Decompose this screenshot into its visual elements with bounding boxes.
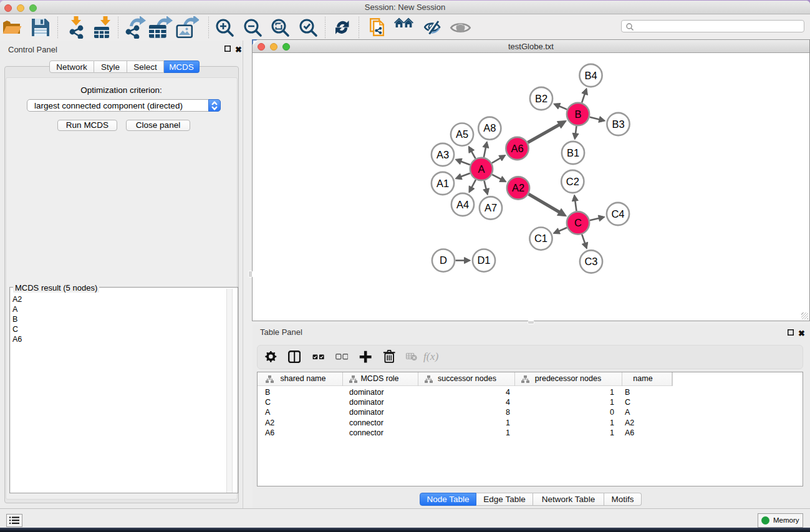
svg-text:C1: C1: [534, 233, 547, 244]
svg-text:D1: D1: [477, 254, 490, 266]
svg-text:C4: C4: [611, 208, 624, 220]
svg-text:D: D: [440, 254, 447, 266]
svg-text:f(x): f(x): [423, 351, 438, 362]
svg-text:A7: A7: [485, 202, 497, 213]
svg-text:A8: A8: [483, 122, 496, 133]
svg-text:B2: B2: [535, 93, 547, 104]
svg-text:A4: A4: [456, 199, 469, 210]
svg-text:B4: B4: [584, 70, 597, 81]
svg-text:A: A: [478, 163, 485, 175]
svg-text:A2: A2: [512, 182, 524, 193]
svg-text:A6: A6: [511, 143, 523, 154]
svg-text:B: B: [574, 109, 581, 120]
svg-text:B3: B3: [612, 118, 624, 130]
svg-text:C3: C3: [584, 256, 597, 267]
svg-text:A5: A5: [456, 128, 468, 140]
svg-text:C2: C2: [566, 176, 579, 187]
svg-text:A3: A3: [436, 149, 449, 160]
svg-text:B1: B1: [567, 147, 579, 158]
svg-text:A1: A1: [436, 178, 449, 189]
svg-text:C: C: [574, 217, 582, 228]
